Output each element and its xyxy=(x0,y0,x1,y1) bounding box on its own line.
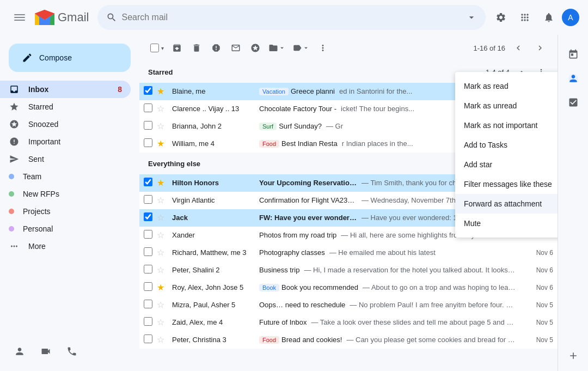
email-subject: FW: Have you ever wondered...? xyxy=(259,214,357,222)
sidebar-item-new-rfps[interactable]: New RFPs xyxy=(0,185,131,203)
context-filter-like[interactable]: Filter messages like these xyxy=(455,174,558,194)
sidebar-item-projects[interactable]: Projects xyxy=(0,203,131,220)
notifications-button[interactable] xyxy=(538,7,560,28)
row-checkbox[interactable] xyxy=(144,178,155,188)
snoozed-icon xyxy=(9,119,20,129)
star-button[interactable]: ★ xyxy=(157,86,168,96)
team-dot xyxy=(9,174,14,179)
star-button[interactable]: ☆ xyxy=(157,195,168,205)
row-checkbox[interactable] xyxy=(144,138,155,149)
add-side-icon[interactable] xyxy=(562,345,584,367)
sidebar-item-team[interactable]: Team xyxy=(0,168,131,185)
table-row[interactable]: ☆ Peter, Christina 3 Food Bread and cook… xyxy=(139,331,558,349)
star-button[interactable]: ★ xyxy=(157,178,168,188)
email-time: Nov 5 xyxy=(520,301,553,309)
labels-button[interactable] xyxy=(290,39,312,57)
spam-button[interactable] xyxy=(207,39,225,57)
next-page-button[interactable] xyxy=(531,39,549,57)
star-button[interactable]: ☆ xyxy=(157,212,168,223)
email-subject: Bread and cookies! xyxy=(281,336,342,344)
row-checkbox[interactable] xyxy=(144,104,155,114)
sidebar-item-starred[interactable]: Starred xyxy=(0,98,131,115)
select-dropdown[interactable]: ▾ xyxy=(161,45,164,51)
mark-read-button[interactable] xyxy=(227,39,244,57)
email-sender: Brianna, John 2 xyxy=(172,122,259,130)
sidebar-item-personal[interactable]: Personal xyxy=(0,220,131,238)
email-sender: Clarence .. Vijay .. 13 xyxy=(172,105,259,113)
sidebar-item-more[interactable]: More xyxy=(0,238,131,255)
row-checkbox[interactable] xyxy=(144,300,155,310)
sidebar-item-inbox[interactable]: Inbox 8 xyxy=(0,81,131,98)
prev-page-button[interactable] xyxy=(510,39,527,57)
meet-button[interactable] xyxy=(35,340,57,362)
avatar[interactable]: A xyxy=(562,9,579,26)
email-sender: Mizra, Paul, Asher 5 xyxy=(172,301,259,309)
context-add-star[interactable]: Add star xyxy=(455,155,558,174)
sidebar-item-snoozed[interactable]: Snoozed xyxy=(0,115,131,133)
context-mark-unread[interactable]: Mark as unread xyxy=(455,96,558,115)
tasks-side-icon[interactable] xyxy=(562,92,584,113)
star-button[interactable]: ☆ xyxy=(157,300,168,310)
email-sender: Blaine, me xyxy=(172,87,259,95)
archive-button[interactable] xyxy=(168,39,186,57)
star-button[interactable]: ★ xyxy=(157,282,168,293)
context-mark-not-important[interactable]: Mark as not important xyxy=(455,115,558,135)
page-range: 1-16 of 16 xyxy=(473,44,505,52)
row-checkbox[interactable] xyxy=(144,86,155,96)
select-all-checkbox[interactable]: ▾ xyxy=(148,39,166,57)
star-button[interactable]: ☆ xyxy=(157,230,168,240)
star-button[interactable]: ☆ xyxy=(157,334,168,345)
search-dropdown-icon[interactable] xyxy=(466,12,477,23)
search-bar[interactable] xyxy=(97,5,486,30)
row-checkbox[interactable] xyxy=(144,121,155,131)
inbox-icon xyxy=(9,84,20,94)
context-forward-attachment[interactable]: Forward as attachment ▶ xyxy=(455,194,558,214)
context-mute[interactable]: Mute xyxy=(455,214,558,233)
row-checkbox[interactable] xyxy=(144,195,155,205)
phone-button[interactable] xyxy=(61,340,83,362)
table-row[interactable]: ★ Roy, Alex, John Jose 5 Book Book you r… xyxy=(139,279,558,296)
calendar-side-icon[interactable] xyxy=(562,44,584,65)
svg-rect-1 xyxy=(14,17,25,18)
context-add-tasks[interactable]: Add to Tasks xyxy=(455,135,558,155)
star-button[interactable]: ☆ xyxy=(157,104,168,114)
contacts-button[interactable] xyxy=(9,340,30,362)
star-button[interactable]: ☆ xyxy=(157,247,168,258)
contacts-side-icon[interactable] xyxy=(562,68,584,89)
hamburger-button[interactable] xyxy=(9,7,30,28)
more-actions-button[interactable] xyxy=(314,39,332,57)
row-checkbox[interactable] xyxy=(144,265,155,275)
sidebar-bottom xyxy=(0,336,139,367)
table-row[interactable]: ☆ Peter, Shalini 2 Business trip — Hi, I… xyxy=(139,261,558,279)
star-button[interactable]: ☆ xyxy=(157,317,168,327)
compose-button[interactable]: Compose xyxy=(9,44,131,72)
star-button[interactable]: ☆ xyxy=(157,265,168,275)
row-checkbox[interactable] xyxy=(144,230,155,240)
sidebar-item-important[interactable]: Important xyxy=(0,133,131,150)
snooze-button[interactable] xyxy=(247,39,264,57)
starred-icon xyxy=(9,102,20,112)
important-icon xyxy=(9,137,20,147)
sidebar-item-sent[interactable]: Sent xyxy=(0,150,131,168)
table-row[interactable]: ☆ Richard, Matthew, me 3 Photography cla… xyxy=(139,244,558,261)
row-checkbox[interactable] xyxy=(144,247,155,258)
move-to-button[interactable] xyxy=(266,39,288,57)
row-checkbox[interactable] xyxy=(144,282,155,293)
apps-button[interactable] xyxy=(514,7,536,28)
row-checkbox[interactable] xyxy=(144,334,155,345)
select-all-input[interactable] xyxy=(150,44,159,52)
context-mark-read[interactable]: Mark as read xyxy=(455,76,558,96)
table-row[interactable]: ☆ Zaid, Alex, me 4 Future of Inbox — Tak… xyxy=(139,314,558,331)
star-button[interactable]: ★ xyxy=(157,138,168,149)
table-row[interactable]: ☆ Mizra, Paul, Asher 5 Oops… need to res… xyxy=(139,296,558,314)
row-checkbox[interactable] xyxy=(144,317,155,327)
email-sender: Virgin Atlantic xyxy=(172,196,259,204)
settings-button[interactable] xyxy=(490,7,512,28)
everything-section-title: Everything else xyxy=(148,160,200,168)
search-input[interactable] xyxy=(121,13,462,22)
email-sender: Roy, Alex, John Jose 5 xyxy=(172,283,259,291)
row-checkbox[interactable] xyxy=(144,212,155,223)
star-button[interactable]: ☆ xyxy=(157,121,168,131)
delete-button[interactable] xyxy=(188,39,205,57)
email-snippet: — No problem Paul! I am free anyitm befo… xyxy=(350,301,516,309)
